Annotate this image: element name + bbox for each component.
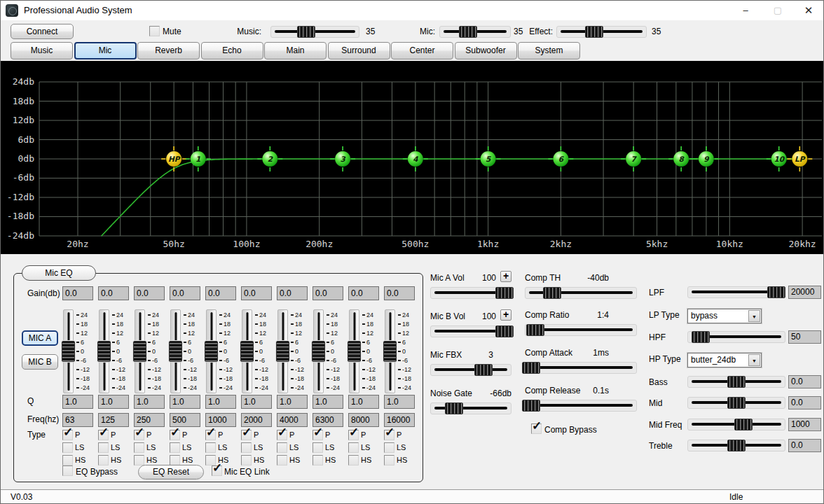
comp-bypass-checkbox[interactable]: ✓ <box>531 424 542 434</box>
eq-marker-3[interactable]: 3 <box>330 146 355 172</box>
eq-marker-8[interactable]: 8 <box>668 146 694 172</box>
eq-marker-7[interactable]: 7 <box>621 146 646 172</box>
band-type-p-checkbox[interactable]: ✓ <box>277 430 287 440</box>
minimize-icon[interactable]: – <box>734 3 757 18</box>
band-freq-input[interactable]: 500 <box>170 413 200 427</box>
band-freq-input[interactable]: 6300 <box>313 413 343 427</box>
band-type-hs-checkbox[interactable] <box>170 455 180 465</box>
tab-mic[interactable]: Mic <box>74 42 137 59</box>
band-q-input[interactable]: 1.0 <box>134 395 165 409</box>
tab-system[interactable]: System <box>518 42 580 59</box>
band-gain-input[interactable]: 0.0 <box>348 286 379 300</box>
band-q-input[interactable]: 1.0 <box>313 395 343 409</box>
mid-slider[interactable] <box>687 397 785 409</box>
band-type-hs-checkbox[interactable] <box>98 455 109 465</box>
band-q-input[interactable]: 1.0 <box>205 395 236 409</box>
plus-icon[interactable]: + <box>500 309 511 321</box>
mid-freq-value-input[interactable]: 1000 <box>788 418 821 431</box>
maximize-icon[interactable]: ▢ <box>766 3 790 18</box>
band-freq-input[interactable]: 63 <box>62 413 93 427</box>
band-type-ls-checkbox[interactable] <box>62 442 73 453</box>
tab-reverb[interactable]: Reverb <box>137 42 200 59</box>
band-q-input[interactable]: 1.0 <box>348 395 379 409</box>
band-freq-input[interactable]: 8000 <box>348 413 379 427</box>
band-type-p-checkbox[interactable]: ✓ <box>62 430 73 440</box>
band-gain-slider[interactable] <box>313 309 324 393</box>
band-gain-slider-thumb[interactable] <box>97 341 111 362</box>
mid-value-input[interactable]: 0.0 <box>788 396 821 410</box>
band-freq-input[interactable]: 1000 <box>205 413 236 427</box>
tab-center[interactable]: Center <box>391 42 453 59</box>
hpf-value-input[interactable]: 50 <box>788 330 821 344</box>
lpf-slider-thumb[interactable] <box>767 286 785 298</box>
band-gain-slider[interactable] <box>277 309 288 393</box>
close-icon[interactable]: ✕ <box>797 3 820 18</box>
band-gain-slider-thumb[interactable] <box>348 341 361 362</box>
band-q-input[interactable]: 1.0 <box>170 395 200 409</box>
band-type-p-checkbox[interactable]: ✓ <box>348 430 359 440</box>
mic-fbx-slider[interactable] <box>430 364 511 376</box>
band-freq-input[interactable]: 16000 <box>384 413 415 427</box>
band-gain-input[interactable]: 0.0 <box>134 286 165 300</box>
comp-th-slider-thumb[interactable] <box>543 287 561 299</box>
band-gain-slider[interactable] <box>242 309 252 393</box>
band-type-p-checkbox[interactable]: ✓ <box>384 430 394 440</box>
tab-music[interactable]: Music <box>11 42 73 59</box>
eq-marker-hp[interactable]: HP <box>161 146 186 172</box>
bass-slider[interactable] <box>687 376 785 388</box>
mute-checkbox[interactable] <box>149 26 160 36</box>
comp-release-slider-thumb[interactable] <box>522 400 540 412</box>
mic-b-vol-slider-thumb[interactable] <box>495 326 514 337</box>
hp-type-select[interactable]: butter_24db▼ <box>687 353 762 368</box>
bass-slider-thumb[interactable] <box>727 376 746 388</box>
tab-subwoofer[interactable]: Subwoofer <box>455 42 517 59</box>
band-gain-input[interactable]: 0.0 <box>313 286 343 300</box>
eq-bypass-checkbox[interactable] <box>62 465 73 476</box>
chevron-down-icon[interactable]: ▼ <box>748 354 760 366</box>
band-type-ls-checkbox[interactable] <box>313 442 323 453</box>
band-gain-slider[interactable] <box>63 309 74 393</box>
mid-freq-slider-thumb[interactable] <box>734 419 753 430</box>
band-type-ls-checkbox[interactable] <box>170 442 180 453</box>
mic-b-vol-slider[interactable] <box>430 326 511 337</box>
mic-a-button[interactable]: MIC A <box>22 330 58 346</box>
effect-volume-slider-thumb[interactable] <box>585 26 603 38</box>
band-q-input[interactable]: 1.0 <box>384 395 415 409</box>
treble-value-input[interactable]: 0.0 <box>788 439 821 452</box>
band-type-p-checkbox[interactable]: ✓ <box>170 430 180 440</box>
mid-slider-thumb[interactable] <box>727 397 746 409</box>
band-gain-slider-thumb[interactable] <box>312 341 325 362</box>
eq-marker-1[interactable]: 1 <box>186 146 211 172</box>
band-type-ls-checkbox[interactable] <box>384 442 394 453</box>
lpf-value-input[interactable]: 20000 <box>788 286 821 299</box>
band-gain-slider-thumb[interactable] <box>133 341 146 362</box>
band-q-input[interactable]: 1.0 <box>277 395 308 409</box>
band-gain-input[interactable]: 0.0 <box>384 286 415 300</box>
band-type-ls-checkbox[interactable] <box>348 442 359 453</box>
band-gain-slider[interactable] <box>349 309 359 393</box>
music-volume-slider[interactable] <box>270 26 359 38</box>
mic-a-vol-slider-thumb[interactable] <box>495 287 514 299</box>
noise-gate-slider-thumb[interactable] <box>445 402 463 414</box>
band-gain-slider[interactable] <box>99 309 109 393</box>
band-type-hs-checkbox[interactable] <box>62 455 73 465</box>
band-type-hs-checkbox[interactable] <box>313 455 323 465</box>
band-q-input[interactable]: 1.0 <box>98 395 129 409</box>
eq-marker-6[interactable]: 6 <box>548 146 573 172</box>
band-gain-input[interactable]: 0.0 <box>170 286 200 300</box>
band-type-hs-checkbox[interactable] <box>384 455 394 465</box>
band-type-p-checkbox[interactable]: ✓ <box>134 430 144 440</box>
band-type-p-checkbox[interactable]: ✓ <box>205 430 216 440</box>
band-type-p-checkbox[interactable]: ✓ <box>241 430 252 440</box>
bass-value-input[interactable]: 0.0 <box>788 375 821 388</box>
band-gain-input[interactable]: 0.0 <box>277 286 308 300</box>
band-gain-slider-thumb[interactable] <box>240 341 254 362</box>
plus-icon[interactable]: + <box>500 271 511 282</box>
mic-volume-slider[interactable] <box>439 26 511 38</box>
mic-b-button[interactable]: MIC B <box>22 354 58 370</box>
comp-attack-slider-thumb[interactable] <box>522 362 540 374</box>
band-gain-slider[interactable] <box>206 309 217 393</box>
connect-button[interactable]: Connect <box>11 24 74 39</box>
band-type-hs-checkbox[interactable] <box>241 455 252 465</box>
mic-eq-link-checkbox[interactable]: ✓ <box>212 465 222 476</box>
